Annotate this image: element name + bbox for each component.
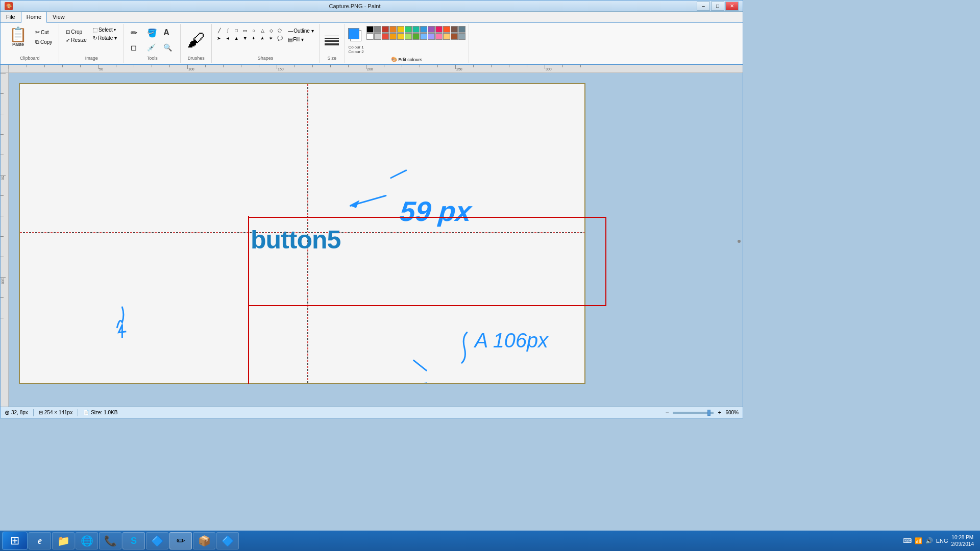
size-label: Size — [327, 55, 336, 61]
star5-shape[interactable]: ★ — [258, 35, 266, 42]
maximize-button[interactable]: □ — [711, 2, 724, 11]
cursor-position: ⊕ 32, 8px — [5, 409, 28, 416]
outline-button[interactable]: — Outline ▾ — [286, 27, 315, 35]
tab-file[interactable]: File — [1, 12, 21, 22]
brushes-label: Brushes — [188, 55, 205, 61]
color-swatch[interactable] — [382, 33, 389, 40]
app-icon: 🎨 — [5, 2, 13, 10]
taskbar-item-ie[interactable]: e — [29, 532, 51, 549]
color-swatch[interactable] — [412, 26, 420, 33]
color-swatch[interactable] — [420, 26, 427, 33]
tray-icon-keyboard: ⌨ — [903, 537, 912, 544]
fill-button[interactable]: ▤ Fill ▾ — [286, 36, 315, 43]
color-swatch[interactable] — [382, 26, 389, 33]
color-swatch[interactable] — [374, 33, 381, 40]
taskbar-item-dev[interactable]: 🔷 — [146, 532, 168, 549]
zoom-out-button[interactable]: − — [665, 409, 669, 416]
minimize-button[interactable]: – — [697, 2, 710, 11]
fill-tool-button[interactable]: 🪣 — [144, 27, 160, 39]
svg-text:A 106px: A 106px — [474, 329, 549, 352]
paste-button[interactable]: 📋 Paste — [5, 26, 32, 48]
color-swatch[interactable] — [451, 33, 458, 40]
size-button[interactable] — [325, 26, 339, 55]
callout-shape[interactable]: 💬 — [276, 35, 284, 42]
color-swatch[interactable] — [443, 33, 450, 40]
size-group: Size — [320, 24, 345, 63]
rotate-button[interactable]: ↻ Rotate ▾ — [90, 34, 119, 42]
tools-group: ✏ 🪣 A ◻ 💉 🔍 Tools — [124, 24, 181, 63]
canvas-scroll-area[interactable]: button5 — [9, 73, 743, 407]
arrow-right-shape[interactable]: ➤ — [215, 35, 223, 42]
color-swatch[interactable] — [458, 26, 465, 33]
tab-home[interactable]: Home — [21, 12, 47, 23]
color-swatch[interactable] — [389, 33, 397, 40]
eraser-button[interactable]: ◻ — [128, 42, 143, 53]
brushes-button[interactable]: 🖌 — [187, 30, 205, 51]
pencil-button[interactable]: ✏ — [128, 27, 143, 39]
edit-colours-button[interactable]: 🎨 Edit colours — [389, 55, 424, 64]
color-swatch[interactable] — [443, 26, 450, 33]
color-picker-button[interactable]: 💉 — [144, 42, 160, 53]
colour-selector[interactable] — [348, 28, 364, 44]
taskbar-item-program1[interactable]: 📦 — [193, 532, 215, 549]
file-size: 📄 Size: 1.0KB — [83, 410, 117, 415]
color-swatch[interactable] — [428, 26, 435, 33]
taskbar-item-paint[interactable]: ✏ — [169, 532, 192, 549]
resize-button[interactable]: ⤢ Resize — [63, 36, 89, 44]
color-swatch[interactable] — [397, 33, 404, 40]
curve-shape[interactable]: ∫ — [224, 27, 232, 34]
color-swatch[interactable] — [451, 26, 458, 33]
tab-view[interactable]: View — [47, 12, 70, 22]
arrow-down-shape[interactable]: ▼ — [241, 35, 249, 42]
color-swatch[interactable] — [366, 33, 374, 40]
magnifier-button[interactable]: 🔍 — [161, 42, 176, 53]
color-swatch[interactable] — [412, 33, 420, 40]
line-shape[interactable]: ╱ — [215, 27, 223, 34]
canvas-image: button5 — [19, 83, 585, 384]
clipboard-label: Clipboard — [20, 55, 40, 61]
color-swatch[interactable] — [458, 33, 465, 40]
color-swatch[interactable] — [428, 33, 435, 40]
shapes-label: Shapes — [258, 55, 274, 61]
taskbar-item-explorer[interactable]: 📁 — [52, 532, 75, 549]
color-swatch[interactable] — [405, 26, 412, 33]
shapes-group: ╱ ∫ □ ▭ ○ △ ◇ ⬠ ➤ ◄ ▲ ▼ ✦ ★ ✶ — [212, 24, 319, 63]
crop-icon: ⊡ — [66, 29, 70, 35]
triangle-shape[interactable]: △ — [258, 27, 266, 34]
ellipse-shape[interactable]: ○ — [250, 27, 258, 34]
taskbar-item-network[interactable]: 🌐 — [76, 532, 98, 549]
diamond-shape[interactable]: ◇ — [267, 27, 275, 34]
close-button[interactable]: ✕ — [725, 2, 739, 11]
pentagon-shape[interactable]: ⬠ — [276, 27, 284, 34]
star4-shape[interactable]: ✦ — [250, 35, 258, 42]
start-button[interactable]: ⊞ — [2, 532, 28, 550]
color-swatch[interactable] — [397, 26, 404, 33]
rect-shape[interactable]: □ — [232, 27, 240, 34]
star6-shape[interactable]: ✶ — [267, 35, 275, 42]
image-group: ⊡ Crop ⤢ Resize ⬚ Select ▾ — [59, 24, 124, 63]
taskbar-item-program2[interactable]: 🔷 — [216, 532, 239, 549]
arrow-up-shape[interactable]: ▲ — [232, 35, 240, 42]
taskbar-item-skype[interactable]: S — [122, 532, 145, 549]
cut-button[interactable]: ✂ Cut — [33, 28, 55, 37]
crop-button[interactable]: ⊡ Crop — [63, 28, 89, 36]
arrow-left-shape[interactable]: ◄ — [224, 35, 232, 42]
color-swatch[interactable] — [389, 26, 397, 33]
text-button[interactable]: A — [161, 27, 176, 38]
color-swatch[interactable] — [374, 26, 381, 33]
color-swatch[interactable] — [420, 33, 427, 40]
roundrect-shape[interactable]: ▭ — [241, 27, 249, 34]
system-clock: 10:28 PM 2/09/2014 — [951, 534, 974, 547]
copy-button[interactable]: ⧉ Copy — [33, 38, 55, 46]
color-swatch[interactable] — [435, 33, 443, 40]
canvas-dimensions: ⊟ 254 × 141px — [39, 410, 72, 415]
window-title: Capture.PNG - Paint — [13, 3, 697, 9]
color-swatch[interactable] — [366, 26, 374, 33]
taskbar-item-phone[interactable]: 📞 — [99, 532, 121, 549]
zoom-slider[interactable] — [673, 412, 714, 414]
zoom-in-button[interactable]: + — [718, 409, 721, 416]
zoom-level: 600% — [725, 410, 739, 415]
select-button[interactable]: ⬚ Select ▾ — [90, 26, 119, 34]
color-swatch[interactable] — [405, 33, 412, 40]
color-swatch[interactable] — [435, 26, 443, 33]
